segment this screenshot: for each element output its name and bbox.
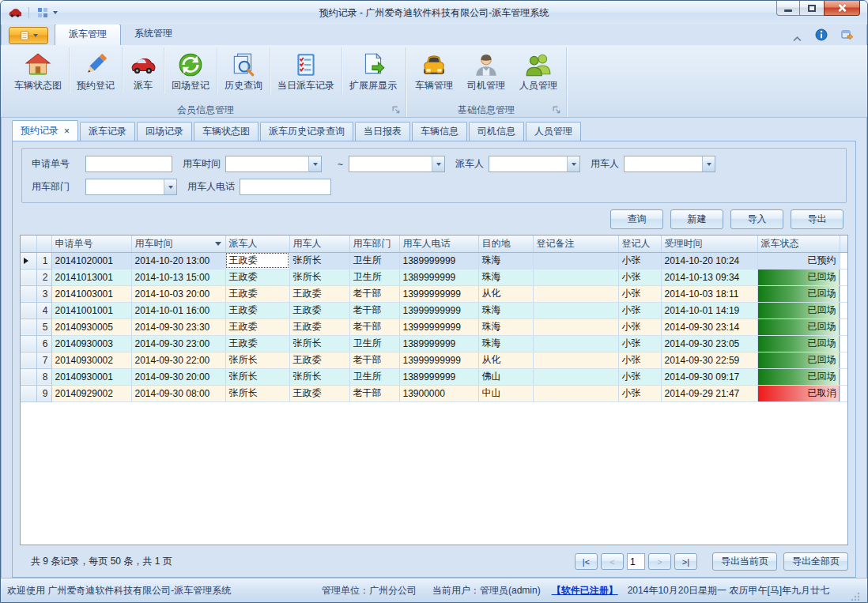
cell-dispatcher[interactable]: 王政委 — [225, 252, 289, 269]
doc-tab-7[interactable]: 车辆信息 — [412, 122, 467, 141]
cell-dept[interactable]: 卫生所 — [349, 252, 399, 269]
dispatcher-select-input[interactable] — [489, 156, 567, 171]
cell-accept_time[interactable]: 2014-10-20 10:24 — [661, 252, 757, 269]
cell-phone[interactable]: 1389999999 — [399, 269, 478, 285]
cell-dept[interactable]: 老干部 — [349, 385, 399, 401]
cell-status[interactable]: 已预约 — [757, 252, 840, 269]
cell-accept_time[interactable]: 2014-09-30 22:59 — [661, 352, 757, 368]
cell-phone[interactable]: 13999999999 — [399, 352, 478, 368]
cell-use_time[interactable]: 2014-10-13 15:00 — [131, 269, 225, 285]
cell-registrar[interactable]: 小张 — [618, 335, 661, 352]
column-header-registrar[interactable]: 登记人 — [618, 236, 661, 252]
import-button[interactable]: 导入 — [730, 209, 783, 229]
cell-destination[interactable]: 珠海 — [478, 335, 533, 352]
cell-dispatcher[interactable]: 张所长 — [225, 352, 289, 368]
query-button[interactable]: 查询 — [610, 209, 663, 229]
cell-use_time[interactable]: 2014-09-30 08:00 — [131, 385, 225, 401]
maximize-button[interactable] — [800, 1, 824, 16]
dept-select[interactable] — [85, 179, 177, 195]
row-number-cell[interactable]: 5 — [36, 318, 51, 335]
combo-dropdown-button[interactable] — [702, 156, 715, 171]
cell-status[interactable]: 已回场 — [757, 335, 840, 352]
cell-order_no[interactable]: 20140929002 — [51, 385, 131, 401]
cell-use_time[interactable]: 2014-10-20 13:00 — [131, 252, 225, 269]
doc-tab-2[interactable]: 派车记录 — [80, 122, 135, 141]
cell-destination[interactable]: 中山 — [478, 385, 533, 401]
info-icon[interactable] — [815, 28, 828, 41]
cell-remark[interactable] — [533, 368, 618, 385]
row-number-cell[interactable]: 9 — [36, 385, 51, 401]
ribbon-button[interactable]: 历史查询 — [217, 47, 270, 94]
next-page-button[interactable]: > — [648, 553, 671, 570]
cell-user[interactable]: 张所长 — [289, 368, 349, 385]
cell-user[interactable]: 王政委 — [289, 302, 349, 318]
ribbon-button[interactable]: 司机管理 — [460, 47, 512, 94]
cell-dispatcher[interactable]: 王政委 — [225, 285, 289, 302]
resize-grip[interactable] — [850, 591, 861, 602]
cell-user[interactable]: 王政委 — [289, 285, 349, 302]
layout-icon[interactable] — [36, 6, 49, 19]
ribbon-button[interactable]: 车辆状态图 — [7, 47, 70, 94]
cell-destination[interactable]: 从化 — [478, 352, 533, 368]
cell-user[interactable]: 张所长 — [289, 252, 349, 269]
row-number-cell[interactable]: 3 — [36, 285, 51, 302]
cell-use_time[interactable]: 2014-09-30 23:00 — [131, 335, 225, 352]
cell-phone[interactable]: 13999999999 — [399, 318, 478, 335]
cell-destination[interactable]: 珠海 — [478, 252, 533, 269]
cell-phone[interactable]: 1389999999 — [399, 368, 478, 385]
row-indicator-cell[interactable] — [21, 352, 36, 368]
phone-input[interactable] — [240, 179, 331, 195]
row-indicator-cell[interactable] — [21, 285, 36, 302]
cell-registrar[interactable]: 小张 — [618, 252, 661, 269]
cell-dept[interactable]: 老干部 — [349, 352, 399, 368]
cell-remark[interactable] — [533, 352, 618, 368]
cell-dispatcher[interactable]: 张所长 — [225, 385, 289, 401]
export-button[interactable]: 导出 — [791, 209, 843, 229]
cell-status[interactable]: 已回场 — [757, 352, 840, 368]
column-header-ind[interactable] — [21, 236, 36, 252]
combo-dropdown-button[interactable] — [432, 156, 444, 171]
cell-destination[interactable]: 珠海 — [478, 269, 533, 285]
row-number-cell[interactable]: 6 — [36, 335, 51, 352]
cell-dispatcher[interactable]: 王政委 — [225, 302, 289, 318]
cell-destination[interactable]: 从化 — [478, 285, 533, 302]
ribbon-button[interactable]: 车辆管理 — [408, 47, 460, 94]
last-page-button[interactable]: >| — [674, 553, 697, 570]
cell-registrar[interactable]: 小张 — [618, 285, 661, 302]
ribbon-tab-2[interactable]: 系统管理 — [121, 24, 186, 45]
cell-registrar[interactable]: 小张 — [618, 368, 661, 385]
column-header-num[interactable] — [36, 236, 51, 252]
cell-user[interactable]: 张所长 — [289, 269, 349, 285]
cell-registrar[interactable]: 小张 — [618, 352, 661, 368]
close-button[interactable] — [824, 1, 860, 16]
cell-dept[interactable]: 老干部 — [349, 318, 399, 335]
use-time-to-select[interactable] — [349, 156, 445, 172]
ribbon-button[interactable]: 派车 — [123, 47, 164, 94]
cell-user[interactable]: 王政委 — [289, 352, 349, 368]
cell-user[interactable]: 王政委 — [289, 385, 349, 401]
combo-dropdown-button[interactable] — [164, 179, 176, 194]
row-number-cell[interactable]: 2 — [36, 269, 51, 285]
ribbon-tab-1[interactable]: 派车管理 — [55, 24, 121, 45]
cell-order_no[interactable]: 20140930003 — [51, 335, 131, 352]
doc-tab-6[interactable]: 当日报表 — [355, 122, 410, 141]
prev-page-button[interactable]: < — [601, 553, 624, 570]
dept-select-input[interactable] — [86, 179, 164, 194]
column-header-accept_time[interactable]: 受理时间 — [661, 236, 757, 252]
dialog-launcher-icon[interactable] — [392, 106, 401, 115]
cell-dept[interactable]: 老干部 — [349, 285, 399, 302]
cell-use_time[interactable]: 2014-09-30 20:00 — [131, 368, 225, 385]
doc-tab-5[interactable]: 派车历史记录查询 — [260, 122, 353, 141]
combo-dropdown-button[interactable] — [308, 156, 321, 171]
user-select-input[interactable] — [625, 156, 702, 171]
cell-dept[interactable]: 老干部 — [349, 302, 399, 318]
cell-remark[interactable] — [533, 269, 618, 285]
combo-dropdown-button[interactable] — [567, 156, 579, 171]
row-number-cell[interactable]: 1 — [36, 252, 51, 269]
cell-destination[interactable]: 珠海 — [478, 318, 533, 335]
use-time-from-select-input[interactable] — [226, 156, 308, 171]
cell-status[interactable]: 已回场 — [757, 302, 840, 318]
dialog-launcher-icon[interactable] — [553, 106, 561, 115]
cell-phone[interactable]: 1389999999 — [399, 252, 478, 269]
cell-registrar[interactable]: 小张 — [618, 269, 661, 285]
